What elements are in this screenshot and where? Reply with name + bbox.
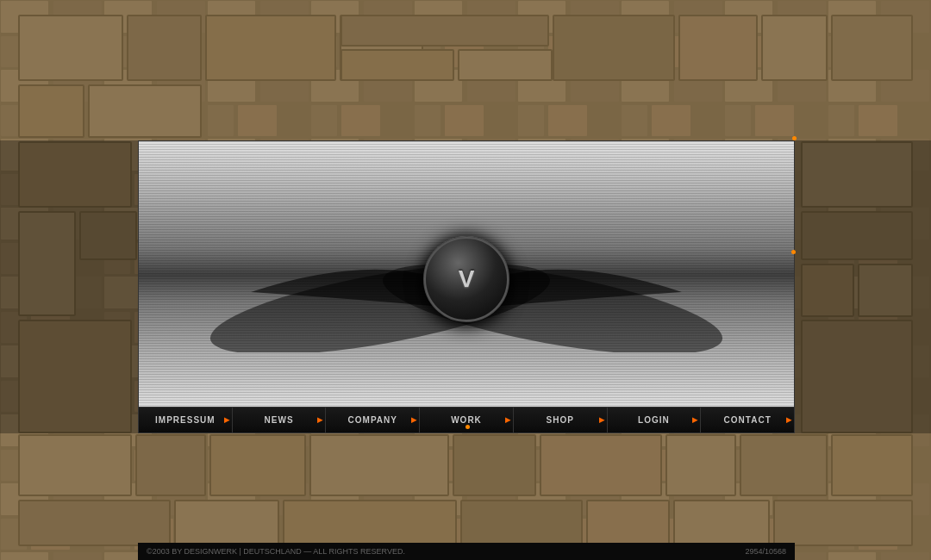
metal-header: V — [139, 141, 794, 408]
svg-rect-34 — [674, 501, 769, 545]
svg-rect-16 — [762, 16, 827, 80]
svg-rect-33 — [587, 501, 669, 545]
svg-rect-9 — [206, 16, 335, 80]
svg-rect-25 — [540, 435, 661, 495]
svg-rect-20 — [19, 435, 131, 495]
side-overlay-right — [795, 140, 931, 433]
svg-rect-28 — [832, 435, 912, 495]
svg-rect-32 — [461, 501, 582, 545]
nav-label-work: WORK — [451, 415, 482, 425]
nav-item-impressum[interactable]: IMPRESSUM — [139, 408, 233, 432]
svg-rect-21 — [136, 435, 205, 495]
svg-rect-26 — [666, 435, 735, 495]
svg-rect-17 — [832, 16, 912, 80]
nav-label-company: COMPANY — [348, 415, 397, 425]
nav-label-login: LOGIN — [638, 415, 670, 425]
svg-rect-7 — [19, 16, 122, 80]
svg-rect-11 — [341, 16, 548, 46]
svg-rect-31 — [284, 501, 456, 545]
svg-rect-30 — [175, 501, 278, 545]
nav-label-shop: SHOP — [547, 415, 574, 425]
nav-item-login[interactable]: LOGIN — [608, 408, 702, 432]
footer-bar: ©2003 BY DESIGNWERK | DEUTSCHLAND — ALL … — [138, 543, 795, 560]
corner-dot-right-mid — [791, 250, 796, 254]
svg-rect-13 — [459, 50, 552, 80]
nav-item-shop[interactable]: SHOP — [514, 408, 608, 432]
side-overlay-left — [0, 140, 140, 433]
svg-rect-12 — [341, 50, 453, 80]
nav-label-news: NEWS — [265, 415, 294, 425]
svg-rect-15 — [679, 16, 757, 80]
corner-dot-bottom — [466, 425, 470, 429]
svg-rect-22 — [210, 435, 305, 495]
svg-rect-19 — [89, 85, 201, 137]
svg-rect-27 — [740, 435, 827, 495]
svg-rect-23 — [310, 435, 448, 495]
nav-label-contact: CONTACT — [724, 415, 772, 425]
nav-label-impressum: IMPRESSUM — [155, 415, 216, 425]
nav-item-contact[interactable]: CONTACT — [701, 408, 794, 432]
nav-item-news[interactable]: NEWS — [233, 408, 327, 432]
svg-rect-14 — [553, 16, 674, 80]
footer-copyright: ©2003 BY DESIGNWERK | DEUTSCHLAND — ALL … — [147, 547, 405, 556]
corner-dot-top-right — [792, 136, 797, 140]
logo-symbol: V — [459, 265, 475, 293]
center-panel: V IMPRESSUM NEWS COMPANY WORK SHOP LOGIN… — [138, 140, 795, 433]
svg-rect-8 — [128, 16, 201, 80]
svg-rect-18 — [19, 85, 84, 137]
svg-rect-29 — [19, 501, 170, 545]
footer-counter: 2954/10568 — [745, 547, 786, 556]
nav-item-company[interactable]: COMPANY — [326, 408, 420, 432]
logo-button[interactable]: V — [423, 236, 509, 322]
svg-rect-35 — [774, 501, 912, 545]
svg-rect-24 — [453, 435, 535, 495]
